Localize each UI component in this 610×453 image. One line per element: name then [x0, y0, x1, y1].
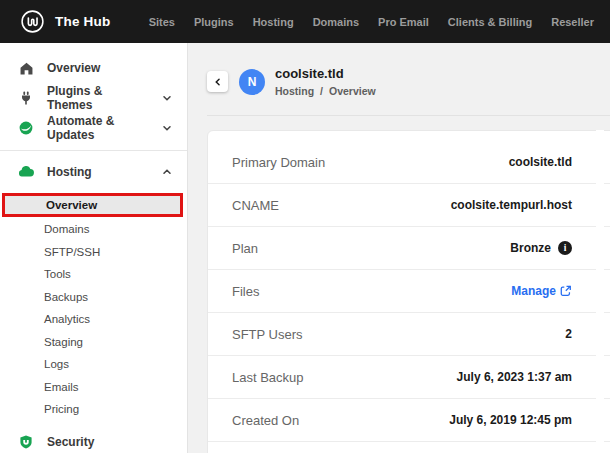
table-row-last-backup: Last Backup July 6, 2023 1:37 am	[208, 356, 610, 399]
hosting-submenu-emails[interactable]: Emails	[0, 376, 187, 399]
sidebar-item-plugins-themes[interactable]: Plugins & Themes	[0, 83, 187, 113]
cloud-icon	[16, 162, 36, 182]
chevron-down-icon	[161, 92, 173, 104]
sidebar-item-hosting[interactable]: Hosting	[0, 157, 187, 187]
table-row-created-on: Created On July 6, 2019 12:45 pm	[208, 399, 610, 442]
chevron-up-icon	[161, 166, 173, 178]
table-row-primary-domain: Primary Domain coolsite.tld	[208, 141, 610, 184]
hosting-submenu: Overview Domains SFTP/SSH Tools Backups …	[0, 193, 187, 423]
hosting-submenu-backups[interactable]: Backups	[0, 286, 187, 309]
hosting-submenu-staging[interactable]: Staging	[0, 331, 187, 354]
table-row-cname: CNAME coolsite.tempurl.host	[208, 184, 610, 227]
sidebar-item-security[interactable]: Security	[0, 427, 187, 453]
breadcrumb-hosting[interactable]: Hosting	[275, 85, 314, 97]
shield-icon	[16, 432, 36, 452]
site-avatar: N	[239, 69, 265, 95]
topnav-sites[interactable]: Sites	[149, 16, 175, 28]
table-row-files: Files Manage	[208, 270, 610, 313]
plug-icon	[16, 88, 36, 108]
table-row-plan: Plan Bronze i	[208, 227, 610, 270]
hosting-submenu-pricing[interactable]: Pricing	[0, 398, 187, 421]
home-icon	[16, 58, 36, 78]
breadcrumb-separator: /	[320, 85, 323, 97]
topnav-plugins[interactable]: Plugins	[194, 16, 234, 28]
sidebar-divider	[0, 150, 187, 151]
hub-brand[interactable]: The Hub	[20, 9, 110, 34]
title-block: coolsite.tld Hosting / Overview	[275, 66, 376, 97]
manage-files-link[interactable]: Manage	[511, 284, 572, 298]
topnav-hosting[interactable]: Hosting	[253, 16, 294, 28]
hosting-submenu-logs[interactable]: Logs	[0, 353, 187, 376]
brand-title: The Hub	[55, 14, 110, 29]
topnav-domains[interactable]: Domains	[313, 16, 359, 28]
sidebar: Overview Plugins & Themes	[0, 43, 188, 453]
topnav-clients-billing[interactable]: Clients & Billing	[448, 16, 532, 28]
top-navigation: Sites Plugins Hosting Domains Pro Email …	[149, 16, 594, 28]
external-link-icon	[560, 285, 572, 297]
topnav-pro-email[interactable]: Pro Email	[378, 16, 429, 28]
hosting-submenu-analytics[interactable]: Analytics	[0, 308, 187, 331]
table-row-sftp-users: SFTP Users 2	[208, 313, 610, 356]
breadcrumb-overview: Overview	[329, 85, 376, 97]
chevron-left-icon	[213, 77, 223, 87]
hosting-submenu-sftp-ssh[interactable]: SFTP/SSH	[0, 241, 187, 264]
page-header: N coolsite.tld Hosting / Overview	[188, 43, 610, 97]
scrollbar[interactable]	[596, 130, 604, 453]
main-content: N coolsite.tld Hosting / Overview Primar…	[188, 43, 610, 453]
hub-logo-icon	[20, 9, 45, 34]
hosting-submenu-overview[interactable]: Overview	[2, 193, 183, 217]
automate-icon	[16, 118, 36, 138]
sidebar-item-automate-updates[interactable]: Automate & Updates	[0, 113, 187, 143]
chevron-down-icon	[161, 122, 173, 134]
hosting-submenu-domains[interactable]: Domains	[0, 218, 187, 241]
hosting-submenu-tools[interactable]: Tools	[0, 263, 187, 286]
topbar: The Hub Sites Plugins Hosting Domains Pr…	[0, 0, 610, 43]
back-button[interactable]	[207, 71, 228, 92]
header-divider	[207, 115, 610, 116]
info-icon[interactable]: i	[558, 241, 572, 255]
topnav-reseller[interactable]: Reseller	[551, 16, 594, 28]
page-title: coolsite.tld	[275, 66, 376, 81]
sidebar-item-overview[interactable]: Overview	[0, 53, 187, 83]
hosting-overview-card: Primary Domain coolsite.tld CNAME coolsi…	[207, 130, 610, 453]
breadcrumb: Hosting / Overview	[275, 85, 376, 97]
